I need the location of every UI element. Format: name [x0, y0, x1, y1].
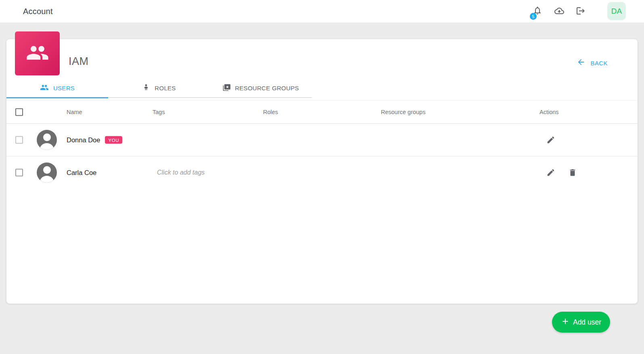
- page-title: Account: [23, 0, 53, 23]
- iam-card: IAM BACK USERS ROLES RESOURCE GROUPS: [6, 39, 638, 304]
- table-row-carla-coe: Carla Coe Click to add tags: [6, 156, 638, 189]
- notifications-button[interactable]: 5: [533, 6, 542, 15]
- tab-roles[interactable]: ROLES: [108, 79, 210, 97]
- col-actions: Actions: [539, 109, 559, 115]
- users-icon: [40, 83, 49, 93]
- back-button[interactable]: BACK: [577, 58, 608, 68]
- tab-roles-label: ROLES: [155, 85, 176, 92]
- trash-icon: [568, 171, 577, 178]
- people-icon: [26, 41, 49, 66]
- resource-groups-icon: [222, 83, 230, 93]
- tab-resource-groups[interactable]: RESOURCE GROUPS: [210, 79, 312, 97]
- add-tags-field[interactable]: Click to add tags: [157, 169, 205, 176]
- cloud-download-icon: [554, 10, 564, 17]
- pencil-icon: [546, 139, 555, 146]
- pencil-icon: [546, 171, 555, 178]
- topbar: Account 5 DA: [0, 0, 644, 23]
- tab-bar: USERS ROLES RESOURCE GROUPS: [6, 79, 312, 98]
- notification-badge: 5: [530, 13, 537, 20]
- user-name: Carla Coe: [67, 169, 96, 177]
- plus-icon: [561, 317, 570, 328]
- user-name: Donna Doe: [67, 136, 100, 144]
- iam-tile: [15, 31, 60, 75]
- col-roles: Roles: [263, 109, 278, 115]
- user-avatar-icon: [37, 162, 57, 183]
- logout-icon: [576, 10, 585, 17]
- edit-button[interactable]: [546, 135, 555, 144]
- user-avatar[interactable]: DA: [607, 2, 626, 20]
- users-table: Name Tags Roles Resource groups Actions …: [6, 100, 638, 189]
- you-badge: YOU: [105, 136, 122, 144]
- cloud-download-button[interactable]: [554, 6, 564, 16]
- add-user-label: Add user: [573, 318, 601, 327]
- table-header: Name Tags Roles Resource groups Actions: [6, 100, 638, 124]
- logout-button[interactable]: [576, 6, 585, 16]
- roles-icon: [142, 83, 150, 93]
- col-resource-groups: Resource groups: [381, 109, 425, 115]
- delete-button[interactable]: [568, 168, 577, 177]
- row-checkbox[interactable]: [15, 136, 23, 144]
- col-tags: Tags: [153, 109, 165, 115]
- col-name: Name: [67, 109, 82, 115]
- back-arrow-icon: [577, 58, 585, 68]
- back-label: BACK: [591, 60, 608, 67]
- user-avatar-icon: [37, 130, 57, 150]
- tab-users-label: USERS: [53, 85, 75, 92]
- tab-resource-groups-label: RESOURCE GROUPS: [235, 85, 299, 92]
- tab-users[interactable]: USERS: [6, 79, 108, 97]
- table-row-donna-doe: Donna Doe YOU: [6, 124, 638, 156]
- edit-button[interactable]: [546, 168, 555, 177]
- card-title: IAM: [69, 55, 89, 68]
- row-checkbox[interactable]: [15, 169, 23, 177]
- select-all-checkbox[interactable]: [15, 108, 23, 116]
- active-tab-indicator: [6, 97, 108, 98]
- add-user-button[interactable]: Add user: [552, 312, 610, 333]
